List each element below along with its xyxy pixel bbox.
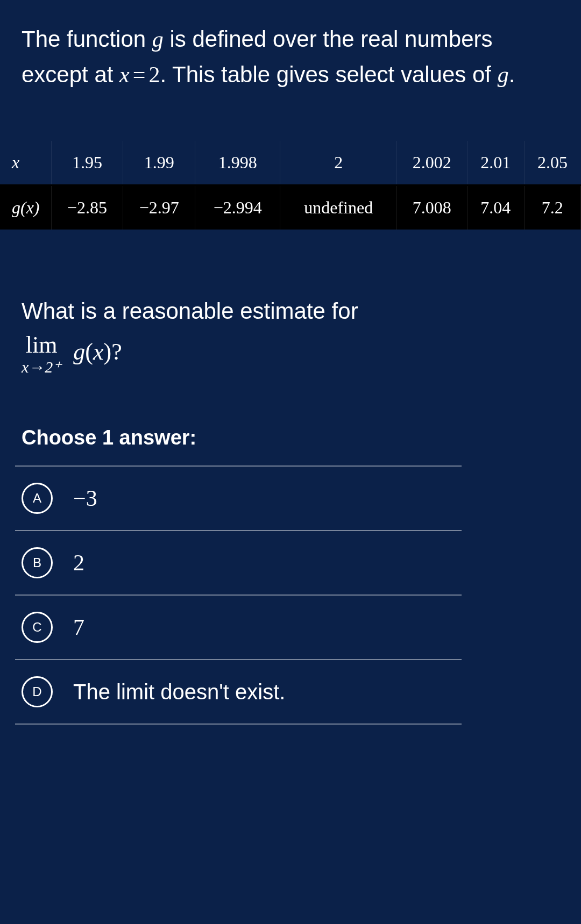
answer-choice-d[interactable]: D The limit doesn't exist. bbox=[15, 659, 462, 725]
limit-subscript: x→2⁺ bbox=[22, 359, 61, 375]
choose-answer-label: Choose 1 answer: bbox=[22, 426, 559, 449]
answer-choice-b[interactable]: B 2 bbox=[15, 530, 462, 594]
table-header-g: g(x) bbox=[0, 185, 51, 230]
question-block: What is a reasonable estimate for lim x→… bbox=[22, 294, 559, 375]
limit-expression: lim x→2⁺ g(x)? bbox=[22, 333, 122, 375]
problem-statement: The function g is defined over the real … bbox=[22, 22, 559, 92]
x-value-cell: 1.95 bbox=[51, 141, 123, 185]
limit-operator: lim x→2⁺ bbox=[22, 333, 61, 375]
question-prompt: What is a reasonable estimate for bbox=[22, 294, 559, 328]
eq-var: x bbox=[119, 62, 130, 87]
answer-choice-c[interactable]: C 7 bbox=[15, 594, 462, 659]
table-row-x: x 1.95 1.99 1.998 2 2.002 2.01 2.05 bbox=[0, 141, 581, 185]
g-value-cell: −2.85 bbox=[51, 185, 123, 230]
choice-text-d: The limit doesn't exist. bbox=[73, 680, 285, 704]
g-value-cell: 7.2 bbox=[524, 185, 580, 230]
limit-paren-open: ( bbox=[85, 339, 93, 365]
function-name-2: g bbox=[498, 62, 509, 87]
question-mark: ? bbox=[111, 339, 122, 365]
eq-value: 2 bbox=[148, 62, 160, 87]
problem-text-3: . This table gives select values of bbox=[160, 62, 497, 87]
x-value-cell: 1.998 bbox=[195, 141, 280, 185]
x-value-cell: 2.01 bbox=[467, 141, 524, 185]
choice-text-c: 7 bbox=[73, 614, 84, 640]
g-value-cell: −2.994 bbox=[195, 185, 280, 230]
x-value-cell: 2.002 bbox=[397, 141, 467, 185]
g-value-cell: 7.008 bbox=[397, 185, 467, 230]
choice-letter-d: D bbox=[22, 676, 53, 707]
problem-text-1: The function bbox=[22, 26, 152, 52]
g-value-cell-undefined: undefined bbox=[280, 185, 397, 230]
eq-operator: = bbox=[130, 62, 149, 87]
table-header-x: x bbox=[0, 141, 51, 185]
limit-label: lim bbox=[22, 333, 61, 357]
choice-letter-c: C bbox=[22, 612, 53, 643]
limit-paren-close: ) bbox=[104, 339, 112, 365]
x-value-cell: 2.05 bbox=[524, 141, 580, 185]
problem-text-4: . bbox=[509, 62, 515, 87]
table-row-g: g(x) −2.85 −2.97 −2.994 undefined 7.008 … bbox=[0, 185, 581, 230]
choice-letter-a: A bbox=[22, 483, 53, 514]
choice-text-b: 2 bbox=[73, 550, 84, 576]
limit-arg: x bbox=[93, 339, 104, 365]
g-value-cell: 7.04 bbox=[467, 185, 524, 230]
choice-letter-b: B bbox=[22, 547, 53, 578]
g-value-cell: −2.97 bbox=[123, 185, 195, 230]
values-table: x 1.95 1.99 1.998 2 2.002 2.01 2.05 g(x)… bbox=[0, 141, 581, 230]
function-name: g bbox=[152, 27, 164, 52]
limit-func: g bbox=[73, 339, 85, 365]
answer-choice-a[interactable]: A −3 bbox=[15, 465, 462, 530]
answer-choices: A −3 B 2 C 7 D The limit doesn't exist. bbox=[15, 465, 462, 725]
x-value-cell: 2 bbox=[280, 141, 397, 185]
x-value-cell: 1.99 bbox=[123, 141, 195, 185]
choice-text-a: −3 bbox=[73, 485, 97, 511]
